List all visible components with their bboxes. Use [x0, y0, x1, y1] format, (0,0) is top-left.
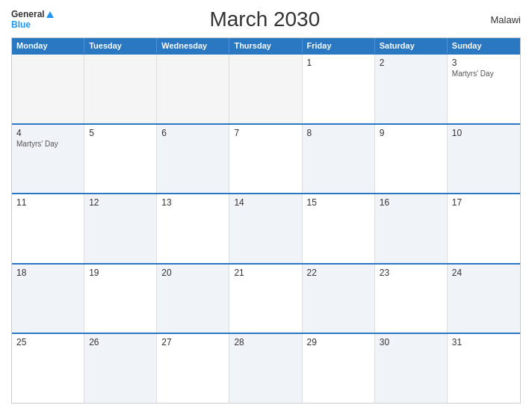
- calendar-body: 1 2 3 Martyrs' Day 4 Martyrs' Day 5: [12, 53, 520, 403]
- cell-mar-22: 22: [303, 265, 375, 333]
- cell-mar-17: 17: [448, 194, 520, 263]
- day-number: 28: [234, 337, 297, 347]
- day-number: 17: [452, 197, 516, 208]
- weekday-friday: Friday: [303, 38, 375, 53]
- cell-mar-29: 29: [303, 334, 375, 403]
- cell-mar-21: 21: [229, 265, 302, 333]
- cell-mar-18: 18: [12, 265, 84, 333]
- logo: General Blue: [11, 9, 54, 31]
- day-number: 19: [89, 268, 152, 278]
- day-number: 21: [234, 268, 297, 278]
- cell-mar-5: 5: [84, 125, 157, 194]
- day-number: 27: [161, 337, 224, 347]
- logo-blue-text: Blue: [11, 19, 54, 30]
- cell-mar-27: 27: [157, 334, 229, 403]
- weekday-wednesday: Wednesday: [157, 38, 229, 53]
- day-number: 3: [452, 58, 516, 68]
- day-number: 23: [380, 268, 442, 278]
- cell-mar-11: 11: [12, 194, 84, 263]
- day-number: 13: [161, 197, 224, 208]
- day-number: 11: [16, 197, 79, 208]
- header: General Blue March 2030 Malawi: [11, 7, 521, 31]
- cell-empty-3: [157, 55, 229, 123]
- day-number: 12: [89, 197, 152, 208]
- cell-mar-24: 24: [448, 265, 520, 333]
- calendar-row-4: 18 19 20 21 22 23 24: [12, 263, 520, 333]
- cell-mar-15: 15: [303, 194, 375, 263]
- weekday-thursday: Thursday: [229, 38, 302, 53]
- cell-mar-10: 10: [448, 125, 520, 194]
- event-label: Martyrs' Day: [452, 69, 494, 78]
- cell-empty-1: [12, 55, 84, 123]
- calendar-title: March 2030: [54, 7, 476, 31]
- day-number: 30: [380, 337, 442, 347]
- weekday-tuesday: Tuesday: [84, 38, 157, 53]
- day-number: 7: [234, 128, 297, 138]
- day-number: 20: [161, 268, 224, 278]
- day-number: 14: [234, 197, 297, 208]
- day-number: 9: [380, 128, 442, 138]
- cell-mar-2: 2: [375, 55, 448, 123]
- logo-triangle-icon: [46, 11, 54, 18]
- calendar-row-5: 25 26 27 28 29 30 31: [12, 333, 520, 403]
- day-number: 18: [16, 268, 79, 278]
- page: General Blue March 2030 Malawi Monday Tu…: [0, 0, 532, 411]
- cell-mar-6: 6: [157, 125, 229, 194]
- day-number: 16: [380, 197, 442, 208]
- weekday-monday: Monday: [12, 38, 84, 53]
- cell-mar-13: 13: [157, 194, 229, 263]
- day-number: 31: [452, 337, 516, 347]
- day-number: 29: [307, 337, 370, 347]
- cell-mar-25: 25: [12, 334, 84, 403]
- day-number: 15: [307, 197, 370, 208]
- cell-mar-4: 4 Martyrs' Day: [12, 125, 84, 194]
- calendar-row-1: 1 2 3 Martyrs' Day: [12, 53, 520, 123]
- day-number: 6: [161, 128, 224, 138]
- cell-mar-16: 16: [375, 194, 448, 263]
- logo-general-text: General: [11, 9, 54, 19]
- weekday-saturday: Saturday: [375, 38, 448, 53]
- cell-empty-4: [229, 55, 302, 123]
- cell-mar-3: 3 Martyrs' Day: [448, 55, 520, 123]
- day-number: 2: [380, 58, 442, 68]
- day-number: 8: [307, 128, 370, 138]
- cell-mar-26: 26: [84, 334, 157, 403]
- weekday-sunday: Sunday: [448, 38, 520, 53]
- cell-mar-9: 9: [375, 125, 448, 194]
- cell-mar-23: 23: [375, 265, 448, 333]
- day-number: 25: [16, 337, 79, 347]
- cell-mar-14: 14: [229, 194, 302, 263]
- day-number: 26: [89, 337, 152, 347]
- country-label: Malawi: [476, 14, 521, 25]
- day-number: 1: [307, 58, 370, 68]
- cell-mar-19: 19: [84, 265, 157, 333]
- calendar-row-3: 11 12 13 14 15 16 17: [12, 193, 520, 263]
- cell-mar-12: 12: [84, 194, 157, 263]
- cell-mar-31: 31: [448, 334, 520, 403]
- cell-mar-20: 20: [157, 265, 229, 333]
- event-label: Martyrs' Day: [16, 140, 58, 148]
- calendar-row-2: 4 Martyrs' Day 5 6 7 8 9: [12, 123, 520, 194]
- cell-mar-1: 1: [303, 55, 375, 123]
- cell-empty-2: [84, 55, 157, 123]
- day-number: 4: [16, 128, 79, 138]
- day-number: 5: [89, 128, 152, 138]
- cell-mar-8: 8: [303, 125, 375, 194]
- calendar: Monday Tuesday Wednesday Thursday Friday…: [11, 37, 521, 404]
- day-number: 24: [452, 268, 516, 278]
- day-number: 22: [307, 268, 370, 278]
- cell-mar-30: 30: [375, 334, 448, 403]
- cell-mar-28: 28: [229, 334, 302, 403]
- day-number: 10: [452, 128, 516, 138]
- calendar-header: Monday Tuesday Wednesday Thursday Friday…: [12, 38, 520, 53]
- cell-mar-7: 7: [229, 125, 302, 194]
